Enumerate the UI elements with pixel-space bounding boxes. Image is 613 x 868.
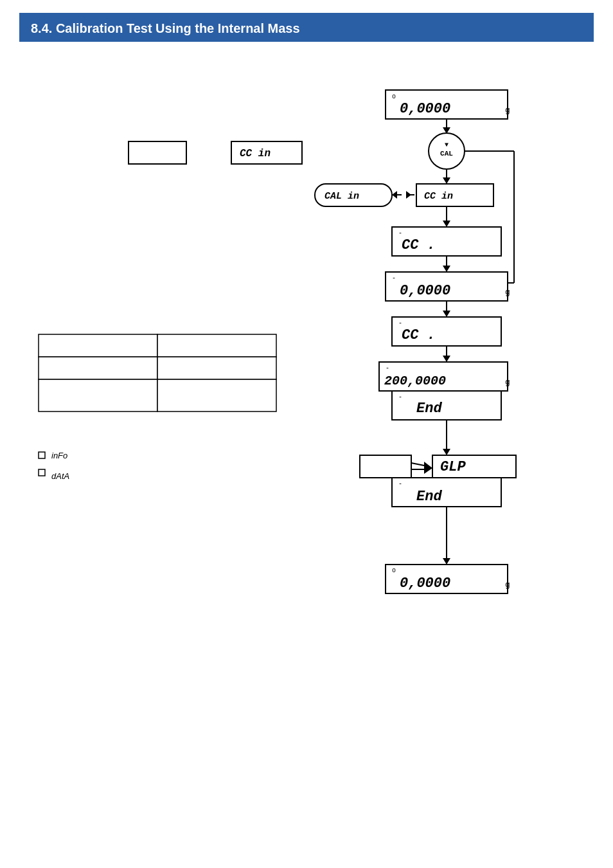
page	[0, 0, 613, 868]
